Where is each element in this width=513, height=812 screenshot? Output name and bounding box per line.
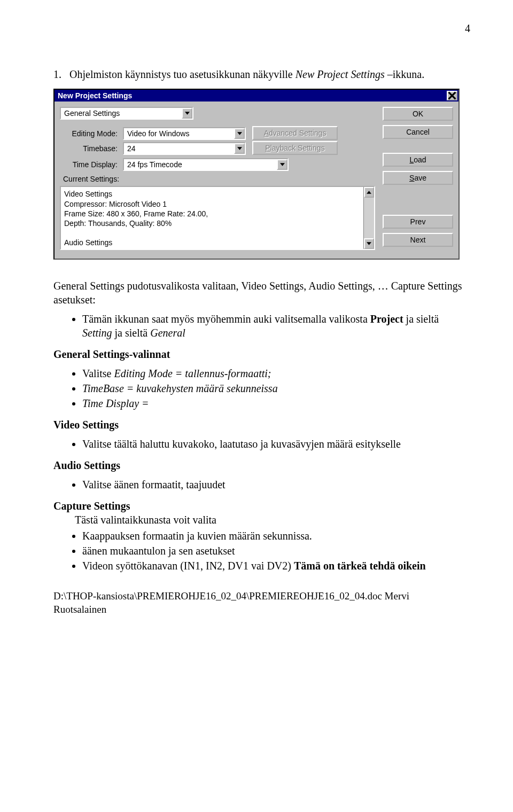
editing-mode-value: Video for Windows [124, 129, 234, 138]
dialog-title: New Project Settings [58, 91, 132, 100]
ok-button[interactable]: OK [383, 107, 453, 121]
footer: D:\THOP-kansiosta\PREMIEROHJE16_02_04\PR… [53, 590, 470, 616]
heading-video-settings: Video Settings [53, 418, 470, 432]
chevron-down-icon[interactable] [182, 108, 192, 119]
time-display-label: Time Display: [60, 160, 123, 169]
list-item: Time Display = [82, 396, 470, 410]
dialog-titlebar: New Project Settings [55, 90, 458, 102]
page-number: 4 [53, 21, 470, 35]
list-item: Kaappauksen formaatin ja kuvien määrän s… [82, 529, 470, 543]
heading-general-settings: General Settings-valinnat [53, 347, 470, 361]
scroll-track[interactable] [364, 198, 374, 238]
list-item: Videon syöttökanavan (IN1, IN2, DV1 vai … [82, 559, 470, 573]
time-display-value: 24 fps Timecode [124, 160, 277, 169]
list-item: TimeBase = kuvakehysten määrä sekunneiss… [82, 381, 470, 395]
settings-category-select[interactable]: General Settings [60, 107, 193, 120]
para-general-intro: General Settings pudotusvalikosta valita… [53, 279, 470, 307]
prev-button[interactable]: Prev [383, 215, 453, 229]
intro-text-a: Ohjelmiston käynnistys tuo asetusikkunan… [69, 68, 296, 80]
timebase-label: Timebase: [60, 144, 123, 153]
save-button[interactable]: Save [383, 171, 453, 185]
advanced-settings-button: Advanced Settings [252, 126, 338, 140]
current-settings-panel: Video Settings Compressor: Microsoft Vid… [60, 186, 375, 250]
heading-capture-settings: Capture Settings [53, 499, 470, 513]
current-settings-text: Video Settings Compressor: Microsoft Vid… [61, 187, 363, 249]
scroll-up-icon[interactable] [364, 187, 374, 198]
new-project-settings-dialog: New Project Settings General Settings Ed… [53, 89, 460, 260]
timebase-value: 24 [124, 144, 234, 153]
list-item: Valitse täältä haluttu kuvakoko, laatuta… [82, 437, 470, 451]
time-display-select[interactable]: 24 fps Timecode [123, 158, 289, 171]
chevron-down-icon[interactable] [234, 143, 245, 154]
editing-mode-select[interactable]: Video for Windows [123, 127, 246, 140]
list-audio: Valitse äänen formaatit, taajuudet [53, 478, 470, 491]
list-intro: Tämän ikkunan saat myös myöhemmin auki v… [53, 312, 470, 340]
chevron-down-icon[interactable] [234, 128, 245, 139]
playback-settings-button: Playback Settings [252, 141, 338, 155]
timebase-select[interactable]: 24 [123, 142, 246, 155]
list-item: Valitse äänen formaatit, taajuudet [82, 478, 470, 491]
list-capture: Kaappauksen formaatin ja kuvien määrän s… [53, 529, 470, 573]
capture-intro: Tästä valintaikkunasta voit valita [75, 513, 470, 527]
list-item: Tämän ikkunan saat myös myöhemmin auki v… [82, 312, 470, 340]
intro-text-b: –ikkuna. [385, 68, 424, 80]
list-item: Valitse Editing Mode = tallennus-formaat… [82, 366, 470, 380]
intro-paragraph: 1. Ohjelmiston käynnistys tuo asetusikku… [53, 67, 470, 81]
list-general: Valitse Editing Mode = tallennus-formaat… [53, 366, 470, 410]
cancel-button[interactable]: Cancel [383, 125, 453, 139]
scroll-down-icon[interactable] [364, 238, 374, 249]
list-video: Valitse täältä haluttu kuvakoko, laatuta… [53, 437, 470, 451]
settings-category-value: General Settings [61, 108, 182, 118]
list-item: äänen mukaantulon ja sen asetukset [82, 544, 470, 558]
current-settings-label: Current Settings: [63, 174, 375, 184]
next-button[interactable]: Next [383, 233, 453, 247]
intro-italic: New Project Settings [296, 68, 385, 80]
scrollbar[interactable] [363, 187, 374, 249]
heading-audio-settings: Audio Settings [53, 458, 470, 472]
load-button[interactable]: Load [383, 153, 453, 167]
close-icon[interactable] [447, 91, 457, 100]
chevron-down-icon[interactable] [277, 159, 287, 170]
intro-num: 1. [53, 68, 61, 80]
editing-mode-label: Editing Mode: [60, 129, 123, 138]
